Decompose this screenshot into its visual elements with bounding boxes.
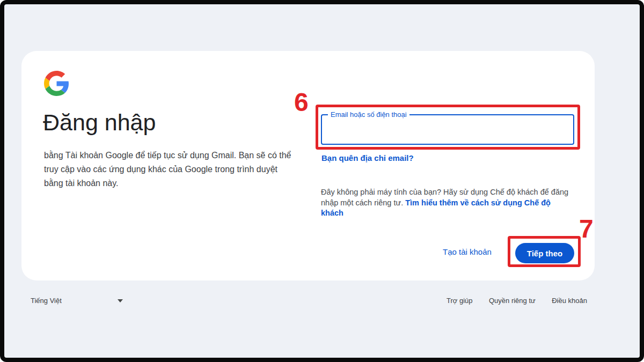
forgot-email-link[interactable]: Bạn quên địa chỉ email? — [321, 153, 414, 162]
language-selector[interactable]: Tiếng Việt — [31, 297, 123, 305]
guest-mode-text: Đây không phải máy tính của bạn? Hãy sử … — [321, 187, 572, 219]
google-logo — [44, 71, 69, 96]
email-field-outline: Email hoặc số điện thoại — [321, 114, 574, 145]
caret-down-icon — [118, 299, 123, 302]
footer-links: Trợ giúp Quyền riêng tư Điều khoản — [447, 297, 587, 305]
email-input[interactable] — [322, 115, 573, 144]
footer-link-privacy[interactable]: Quyền riêng tư — [489, 297, 536, 305]
screenshot-frame: Đăng nhập bằng Tài khoản Google để tiếp … — [0, 0, 644, 362]
annotation-digit-7: 7 — [579, 216, 594, 242]
language-selector-label: Tiếng Việt — [31, 297, 62, 305]
annotation-digit-6: 6 — [294, 90, 309, 115]
signin-description: bằng Tài khoản Google để tiếp tục sử dụn… — [44, 149, 293, 190]
create-account-link[interactable]: Tạo tài khoản — [443, 247, 492, 256]
page-title: Đăng nhập — [43, 109, 156, 136]
footer-link-help[interactable]: Trợ giúp — [447, 297, 473, 305]
email-field-label: Email hoặc số điện thoại — [328, 110, 409, 119]
footer-link-terms[interactable]: Điều khoản — [552, 297, 587, 305]
next-button[interactable]: Tiếp theo — [515, 243, 574, 263]
